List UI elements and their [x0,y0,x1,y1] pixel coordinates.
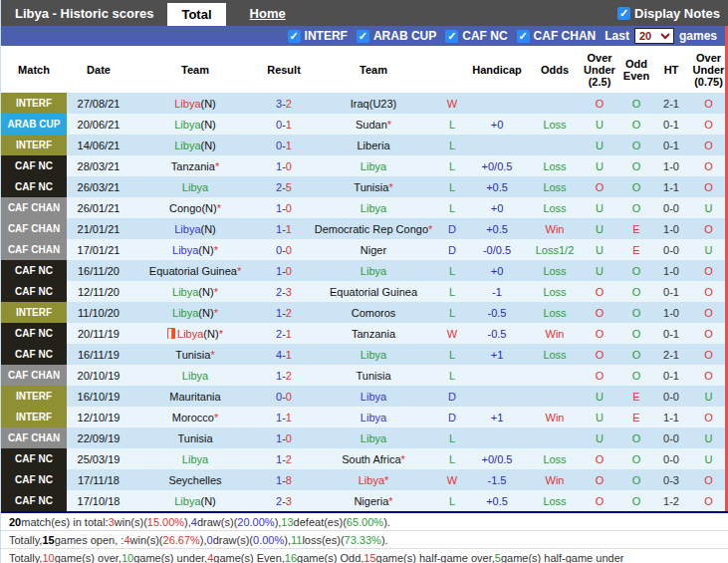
neutral-suffix: (N) [198,244,213,256]
display-notes-checkbox[interactable]: ✓ [617,7,630,20]
table-row[interactable]: CAF NC 16/11/19 Tunisia* 4-1 Libya L +1 … [1,344,725,365]
home-team: Libya(N) [130,114,260,135]
competition-badge: CAF NC [1,344,67,365]
match-date: 20/06/21 [67,114,130,135]
table-row[interactable]: CAF NC 20/11/19 ▌Libya(N)* 2-1 Tanzania … [1,323,725,344]
ht-score: 1-0 [654,302,688,323]
over-under-25-value: O [581,365,618,386]
odds-result: Loss [529,281,581,302]
col-header-match: Match [1,46,67,93]
team-name: Libya [182,453,208,465]
over-under-075-value: O [688,281,728,302]
ht-score: 0-3 [654,469,688,490]
wld-letter: D [439,407,465,427]
home-star-mark: * [401,453,405,465]
ht-score: 1-1 [654,176,688,197]
competition-badge: CAF NC [1,260,67,281]
wld-letter: W [439,469,465,490]
table-row[interactable]: CAF NC 12/11/20 Libya(N)* 2-3 Equatorial… [1,281,725,302]
wld-letter: L [439,427,465,448]
team-name: Tunisia [175,349,210,361]
team-name: Equatorial Guinea [149,265,237,277]
table-row[interactable]: CAF NC 16/11/20 Equatorial Guinea* 1-0 L… [1,260,725,281]
odds-result: Loss [529,344,581,365]
ht-score: 1-0 [654,218,688,239]
last-label: Last [605,29,629,43]
table-row[interactable]: CAF CHAN 22/09/19 Tunisia 1-0 Libya L U … [1,427,725,448]
last-games-select[interactable]: 20 [634,28,674,44]
table-row[interactable]: INTERF 14/06/21 Libya(N) 0-1 Liberia L U… [1,135,725,155]
competition-badge: CAF NC [1,323,67,344]
over-under-25-value: O [581,93,618,114]
neutral-suffix: (N) [201,495,216,507]
wld-letter: W [439,323,465,344]
away-team: Tunisia [308,365,439,386]
match-result: 0-1 [260,114,308,135]
over-under-25-value: U [581,386,618,407]
summary-segment: game(s) half-game over, [376,552,495,563]
competition-badge: CAF NC [1,155,67,176]
table-row[interactable]: CAF NC 28/03/21 Tanzania* 1-0 Libya L +0… [1,155,725,176]
match-date: 28/03/21 [67,155,130,176]
team-name: Libya [174,119,200,131]
handicap-value [465,93,529,114]
table-row[interactable]: CAF NC 25/03/19 Libya 1-2 South Africa* … [1,448,725,469]
competition-badge: CAF CHAN [1,218,67,239]
match-date: 25/03/19 [67,448,130,469]
col-header-team2: Team [308,46,439,93]
odds-result: Loss [529,302,581,323]
odds-result: Loss [529,155,581,176]
table-row[interactable]: CAF CHAN 26/01/21 Congo(N)* 1-0 Libya L … [1,197,725,218]
home-team: Libya(N)* [130,302,260,323]
home-star-mark: * [428,223,432,235]
table-row[interactable]: CAF NC 17/10/18 Libya(N) 2-3 Nigeria* L … [1,490,725,511]
caf-chan-checkbox[interactable]: ✓ [517,30,530,43]
match-result: 2-5 [260,176,308,197]
wld-letter: L [439,155,465,176]
home-star-mark: * [384,474,388,486]
caf-nc-checkbox[interactable]: ✓ [445,30,458,43]
team-name: Libya [182,181,208,193]
away-team: Libya [308,427,439,448]
over-under-25-value: U [581,407,618,427]
ht-score: 0-0 [654,239,688,260]
over-under-25-value: U [581,427,618,448]
table-row[interactable]: CAF NC 26/03/21 Libya 2-5 Tunisia* L +0.… [1,176,725,197]
tab-home[interactable]: Home [236,2,300,25]
home-star-mark: * [214,244,218,256]
summary-segment: draw(s)( [213,534,253,546]
ht-score: 2-1 [654,93,688,114]
tab-total[interactable]: Total [167,3,225,26]
table-row[interactable]: INTERF 12/10/19 Morocco* 1-1 Libya D +1 … [1,407,725,427]
odd-even-value: O [618,93,654,114]
over-under-25-value: U [581,218,618,239]
col-header-ht: HT [654,46,688,93]
match-result: 1-8 [260,469,308,490]
team-name: Libya [361,391,386,403]
table-row[interactable]: CAF CHAN 17/01/21 Libya(N)* 0-0 Niger D … [1,239,725,260]
over-under-075-value: O [688,365,728,386]
table-row[interactable]: ARAB CUP 20/06/21 Libya(N) 0-1 Sudan* L … [1,114,725,135]
home-team: Congo(N)* [130,197,260,218]
team-name: Libya [361,160,386,172]
table-row[interactable]: INTERF 27/08/21 Libya(N) 3-2 Iraq(U23) W… [1,93,725,114]
competition-badge: ARAB CUP [1,114,67,135]
odd-even-value: O [618,448,654,469]
interf-checkbox[interactable]: ✓ [288,30,301,43]
table-row[interactable]: CAF CHAN 21/01/21 Libya(N) 1-1 Democrati… [1,218,725,239]
ht-score: 1-2 [654,490,688,511]
team-name: Tunisia [356,370,390,382]
table-row[interactable]: CAF NC 17/11/18 Seychelles 1-8 Libya* W … [1,469,725,490]
odds-result: Loss1/2 [529,239,581,260]
table-row[interactable]: CAF CHAN 20/10/19 Libya 1-2 Tunisia L O … [1,365,725,386]
table-row[interactable]: INTERF 11/10/20 Libya(N)* 1-2 Comoros L … [1,302,725,323]
summary-segment: 10 [42,552,54,563]
home-star-mark: * [214,307,218,319]
arab-cup-checkbox[interactable]: ✓ [357,30,369,43]
handicap-value [465,365,529,386]
match-date: 26/01/21 [67,197,130,218]
odds-result: Loss [529,260,581,281]
team-name: Tunisia [177,432,212,444]
team-name: Democratic Rep Congo [315,223,428,235]
table-row[interactable]: INTERF 16/10/19 Mauritania 0-0 Libya D U… [1,386,725,407]
